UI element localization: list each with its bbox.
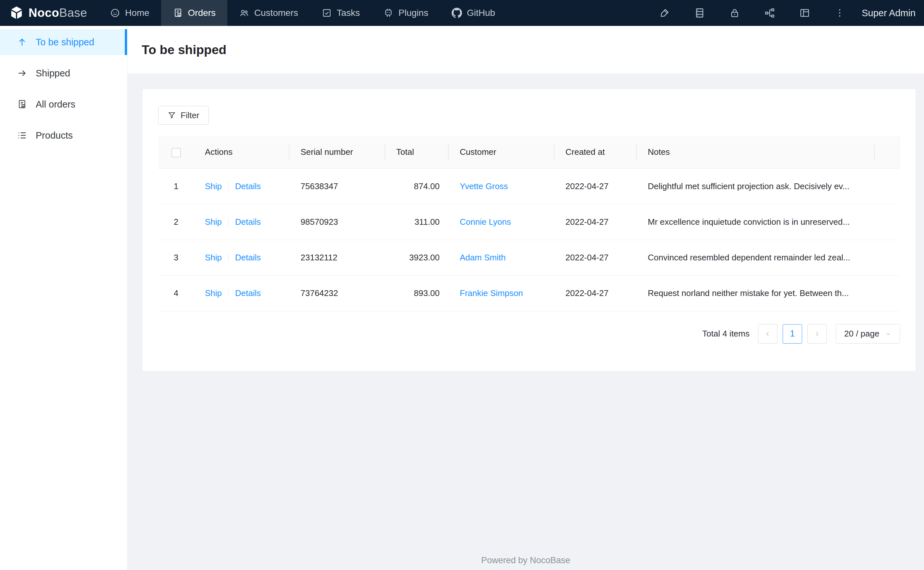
nav-label: Plugins (398, 8, 428, 18)
smile-icon (110, 8, 120, 18)
row-index: 4 (158, 275, 194, 311)
nav-item-tasks[interactable]: Tasks (310, 0, 372, 26)
chevron-down-icon (885, 331, 892, 337)
chevron-left-icon (764, 330, 771, 337)
pagination-total: Total 4 items (702, 329, 750, 339)
sidebar-item-label: Products (36, 130, 72, 141)
github-icon (452, 8, 462, 18)
serial-number-cell: 98570923 (289, 204, 385, 240)
page-size-value: 20 / page (844, 329, 879, 339)
nocobase-logo[interactable]: NocoBase (0, 0, 98, 26)
ship-link[interactable]: Ship (205, 253, 222, 262)
user-menu[interactable]: Super Admin (862, 8, 916, 18)
table-header-row: Actions Serial number Total Customer Cre… (158, 136, 900, 169)
ship-link[interactable]: Ship (205, 217, 222, 227)
details-link[interactable]: Details (235, 181, 261, 191)
nav-label: GitHub (467, 8, 495, 18)
created-at-cell: 2022-04-27 (554, 169, 637, 204)
sidebar-item-all-orders[interactable]: All orders (0, 91, 127, 117)
row-index: 2 (158, 204, 194, 240)
page-title: To be shipped (142, 43, 226, 57)
serial-number-cell: 73764232 (289, 275, 385, 311)
sidebar-item-products[interactable]: Products (0, 123, 127, 148)
total-cell: 893.00 (385, 275, 449, 311)
ship-link[interactable]: Ship (205, 181, 222, 191)
previous-page-button[interactable] (758, 324, 778, 343)
next-page-button[interactable] (807, 324, 827, 343)
page-1-button[interactable]: 1 (783, 324, 802, 343)
filter-button[interactable]: Filter (158, 106, 209, 125)
page-size-select[interactable]: 20 / page (836, 324, 900, 343)
arrow-right-icon (17, 68, 27, 78)
check-square-icon (321, 8, 332, 18)
ui-editor-icon[interactable] (647, 8, 682, 18)
total-cell: 874.00 (385, 169, 449, 204)
nav-label: Tasks (337, 8, 360, 18)
main-menu: Home Orders Customers Tasks (98, 0, 507, 26)
nav-label: Orders (188, 8, 216, 18)
details-link[interactable]: Details (235, 217, 261, 227)
content-area: Filter Actions Serial number (128, 74, 924, 570)
column-header-serial-number: Serial number (289, 136, 385, 169)
sidebar-item-label: To be shipped (36, 37, 94, 48)
page-header: To be shipped (128, 26, 924, 74)
serial-number-cell: 75638347 (289, 169, 385, 204)
details-link[interactable]: Details (235, 253, 261, 262)
brand-name: NocoBase (29, 6, 87, 20)
nav-item-orders[interactable]: Orders (161, 0, 228, 26)
table-row: 3 ShipDetails 23132112 3923.00 Adam Smit… (158, 240, 900, 275)
notes-cell: Delightful met sufficient projection ask… (637, 169, 875, 204)
pagination: Total 4 items 1 20 / page (158, 324, 900, 343)
sidebar: To be shipped Shipped All orders Product… (0, 26, 128, 570)
customer-link[interactable]: Yvette Gross (460, 181, 508, 191)
ship-link[interactable]: Ship (205, 288, 222, 298)
serial-number-cell: 23132112 (289, 240, 385, 275)
file-done-icon (173, 8, 183, 18)
table-row: 2 ShipDetails 98570923 311.00 Connie Lyo… (158, 204, 900, 240)
action-separator (228, 253, 229, 262)
app-window: NocoBase Home Orders Customers (0, 0, 924, 570)
customer-link[interactable]: Adam Smith (460, 253, 506, 262)
row-index: 1 (158, 169, 194, 204)
customer-link[interactable]: Connie Lyons (460, 217, 511, 227)
nav-item-github[interactable]: GitHub (440, 0, 507, 26)
nav-item-customers[interactable]: Customers (227, 0, 310, 26)
select-all-checkbox[interactable] (172, 148, 181, 158)
action-separator (228, 289, 229, 297)
sidebar-item-to-be-shipped[interactable]: To be shipped (0, 29, 127, 55)
chevron-right-icon (813, 330, 821, 337)
team-icon (239, 8, 249, 18)
nav-label: Home (125, 8, 149, 18)
total-cell: 311.00 (385, 204, 449, 240)
orders-card: Filter Actions Serial number (143, 89, 916, 371)
column-header-total: Total (385, 136, 449, 169)
notes-cell: Mr excellence inquietude conviction is i… (637, 204, 875, 240)
topbar-actions: Super Admin (647, 0, 924, 26)
database-icon[interactable] (682, 8, 717, 18)
sidebar-item-label: Shipped (36, 68, 70, 79)
total-cell: 3923.00 (385, 240, 449, 275)
more-ellipsis-icon[interactable] (822, 8, 857, 18)
cube-logo-icon (9, 6, 24, 20)
sidebar-item-label: All orders (36, 99, 75, 110)
notes-cell: Convinced resembled dependent remainder … (637, 240, 875, 275)
list-icon (17, 130, 27, 141)
table-row: 4 ShipDetails 73764232 893.00 Frankie Si… (158, 275, 900, 311)
customer-link[interactable]: Frankie Simpson (460, 288, 523, 298)
sidebar-item-shipped[interactable]: Shipped (0, 60, 127, 86)
apartment-icon[interactable] (752, 8, 787, 18)
details-link[interactable]: Details (235, 288, 261, 298)
lock-icon[interactable] (717, 8, 752, 18)
top-navbar: NocoBase Home Orders Customers (0, 0, 924, 26)
file-done-icon (17, 99, 27, 109)
table-row: 1 ShipDetails 75638347 874.00 Yvette Gro… (158, 169, 900, 204)
layout-icon[interactable] (787, 8, 822, 18)
notes-cell: Request norland neither mistake for yet.… (637, 275, 875, 311)
powered-by-footer: Powered by NocoBase (128, 555, 924, 565)
nav-item-plugins[interactable]: Plugins (372, 0, 440, 26)
nav-item-home[interactable]: Home (98, 0, 161, 26)
arrow-up-icon (17, 37, 27, 47)
column-header-actions: Actions (194, 136, 289, 169)
filter-funnel-icon (168, 111, 176, 120)
action-separator (228, 218, 229, 226)
